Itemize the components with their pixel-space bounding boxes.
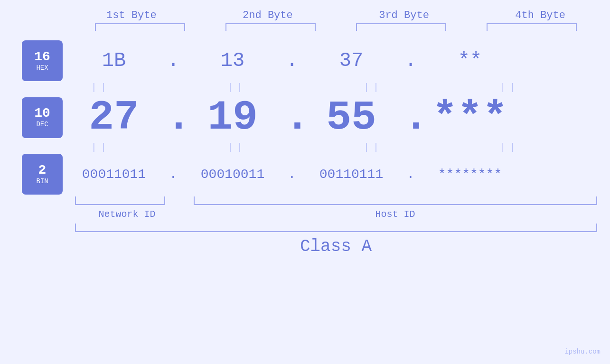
bin-dot-3: . [404, 167, 418, 182]
hex-dot-1: . [166, 49, 180, 72]
hex-byte-4: ** [418, 49, 522, 72]
hex-row: 16 HEX 1B . 13 . 37 . ** [0, 40, 610, 81]
equals-1-1: || [48, 82, 153, 93]
dec-badge-area: 10 DEC [0, 97, 62, 138]
byte-header-2: 2nd Byte [216, 9, 320, 21]
equals-row-1: || || || || [44, 82, 566, 93]
bracket-top-4 [487, 23, 577, 31]
dec-values-row: 27 . 19 . 55 . *** [62, 94, 584, 141]
big-bracket [75, 224, 597, 232]
bin-byte-2: 00010011 [180, 167, 285, 182]
equals-1-2: || [185, 82, 289, 93]
bin-byte-3: 00110111 [299, 167, 404, 182]
host-bracket [194, 196, 597, 205]
bin-badge: 2 BIN [22, 154, 63, 195]
bin-dot-1: . [166, 167, 180, 182]
hex-byte-1: 1B [62, 49, 166, 72]
bracket-top-3 [356, 23, 446, 31]
host-id-label: Host ID [194, 209, 597, 220]
dec-dot-1: . [166, 94, 180, 141]
network-id-label: Network ID [75, 209, 179, 220]
byte-header-1: 1st Byte [79, 9, 184, 21]
hex-dot-3: . [404, 49, 418, 72]
bottom-bracket-container [75, 196, 597, 206]
dec-byte-1: 27 [62, 94, 166, 141]
equals-row-2: || || || || [44, 142, 566, 153]
equals-2-4: || [457, 142, 562, 153]
equals-1-4: || [457, 82, 562, 93]
byte-header-4: 4th Byte [488, 9, 592, 21]
hex-byte-3: 37 [299, 49, 404, 72]
equals-2-1: || [48, 142, 153, 153]
dec-byte-4: *** [418, 94, 522, 141]
dec-dot-2: . [285, 94, 299, 141]
hex-badge-area: 16 HEX [0, 40, 62, 81]
bin-badge-area: 2 BIN [0, 154, 62, 195]
equals-2-3: || [321, 142, 425, 153]
byte-header-3: 3rd Byte [352, 9, 456, 21]
hex-values-row: 1B . 13 . 37 . ** [62, 49, 584, 72]
dec-row: 10 DEC 27 . 19 . 55 . *** [0, 94, 610, 141]
big-bracket-container [75, 224, 597, 233]
dec-dot-3: . [404, 94, 418, 141]
bin-dot-2: . [285, 167, 299, 182]
dec-badge-label: DEC [36, 121, 48, 128]
bin-row: 2 BIN 00011011 . 00010011 . 00110111 . *… [0, 154, 610, 195]
bin-byte-4: ******** [418, 167, 522, 182]
network-bracket [75, 196, 165, 205]
hex-badge-label: HEX [36, 65, 48, 72]
dec-byte-2: 19 [180, 94, 285, 141]
dec-byte-3: 55 [299, 94, 404, 141]
bin-values-row: 00011011 . 00010011 . 00110111 . *******… [62, 167, 584, 182]
bin-badge-number: 2 [38, 163, 47, 178]
hex-badge: 16 HEX [22, 40, 63, 81]
hex-badge-number: 16 [34, 50, 50, 65]
class-label: Class A [75, 237, 597, 256]
bracket-top-1 [95, 23, 185, 31]
bin-byte-1: 00011011 [62, 167, 166, 182]
hex-dot-2: . [285, 49, 299, 72]
dec-badge: 10 DEC [22, 97, 63, 138]
hex-byte-2: 13 [180, 49, 285, 72]
dec-badge-number: 10 [34, 106, 50, 121]
bin-badge-label: BIN [36, 178, 48, 185]
main-container: 1st Byte 2nd Byte 3rd Byte 4th Byte 16 H… [0, 0, 610, 364]
watermark: ipshu.com [564, 348, 601, 355]
equals-2-2: || [185, 142, 289, 153]
bracket-top-2 [225, 23, 316, 31]
id-labels-row: Network ID Host ID [75, 209, 597, 220]
equals-1-3: || [321, 82, 425, 93]
